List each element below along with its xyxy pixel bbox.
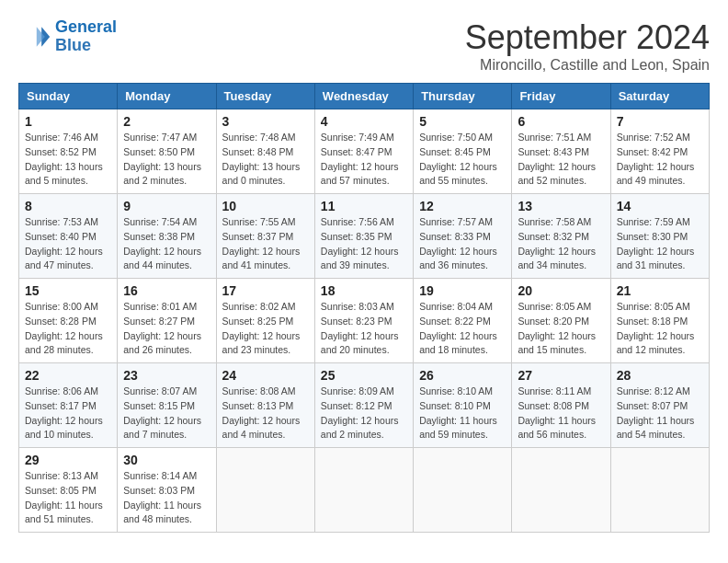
day-number: 25 — [321, 368, 407, 383]
day-number: 2 — [123, 114, 210, 129]
day-info: Sunrise: 8:04 AM Sunset: 8:22 PM Dayligh… — [419, 300, 506, 358]
day-info: Sunrise: 8:03 AM Sunset: 8:23 PM Dayligh… — [321, 300, 407, 358]
calendar-cell: 17Sunrise: 8:02 AM Sunset: 8:25 PM Dayli… — [216, 279, 314, 363]
week-row: 8Sunrise: 7:53 AM Sunset: 8:40 PM Daylig… — [19, 194, 710, 279]
day-number: 4 — [321, 114, 407, 129]
calendar-cell: 19Sunrise: 8:04 AM Sunset: 8:22 PM Dayli… — [414, 279, 512, 363]
calendar-table: SundayMondayTuesdayWednesdayThursdayFrid… — [18, 83, 710, 533]
day-number: 27 — [518, 368, 604, 383]
day-number: 9 — [123, 199, 210, 213]
day-number: 17 — [222, 283, 309, 298]
calendar-cell: 26Sunrise: 8:10 AM Sunset: 8:10 PM Dayli… — [414, 363, 512, 448]
calendar-cell: 16Sunrise: 8:01 AM Sunset: 8:27 PM Dayli… — [118, 279, 216, 363]
calendar-cell: 21Sunrise: 8:05 AM Sunset: 8:18 PM Dayli… — [610, 279, 709, 363]
calendar-cell — [512, 448, 610, 533]
calendar-cell: 25Sunrise: 8:09 AM Sunset: 8:12 PM Dayli… — [314, 363, 413, 448]
week-row: 29Sunrise: 8:13 AM Sunset: 8:05 PM Dayli… — [19, 448, 710, 533]
day-number: 22 — [25, 368, 111, 383]
day-info: Sunrise: 8:13 AM Sunset: 8:05 PM Dayligh… — [25, 469, 111, 527]
calendar-cell: 3Sunrise: 7:48 AM Sunset: 8:48 PM Daylig… — [216, 109, 314, 194]
logo: General Blue — [18, 18, 117, 55]
calendar-cell: 29Sunrise: 8:13 AM Sunset: 8:05 PM Dayli… — [19, 448, 118, 533]
day-number: 30 — [123, 453, 210, 467]
calendar-cell: 4Sunrise: 7:49 AM Sunset: 8:47 PM Daylig… — [314, 109, 413, 194]
day-number: 21 — [617, 283, 703, 298]
week-row: 1Sunrise: 7:46 AM Sunset: 8:52 PM Daylig… — [19, 109, 710, 194]
logo-text: General Blue — [55, 18, 117, 55]
header-day: Friday — [512, 84, 610, 109]
calendar-cell — [314, 448, 413, 533]
day-number: 23 — [123, 368, 210, 383]
calendar-cell: 12Sunrise: 7:57 AM Sunset: 8:33 PM Dayli… — [414, 194, 512, 279]
week-row: 22Sunrise: 8:06 AM Sunset: 8:17 PM Dayli… — [19, 363, 710, 448]
day-info: Sunrise: 7:57 AM Sunset: 8:33 PM Dayligh… — [419, 215, 506, 273]
day-info: Sunrise: 7:55 AM Sunset: 8:37 PM Dayligh… — [222, 215, 309, 273]
header: General Blue September 2024 Mironcillo, … — [18, 18, 710, 74]
day-info: Sunrise: 8:00 AM Sunset: 8:28 PM Dayligh… — [25, 300, 111, 358]
day-info: Sunrise: 8:08 AM Sunset: 8:13 PM Dayligh… — [222, 385, 309, 442]
day-number: 20 — [518, 283, 604, 298]
calendar-cell: 20Sunrise: 8:05 AM Sunset: 8:20 PM Dayli… — [512, 279, 610, 363]
header-day: Thursday — [414, 84, 512, 109]
day-info: Sunrise: 8:11 AM Sunset: 8:08 PM Dayligh… — [518, 385, 604, 442]
day-info: Sunrise: 7:54 AM Sunset: 8:38 PM Dayligh… — [123, 215, 210, 273]
header-day: Monday — [118, 84, 216, 109]
day-number: 26 — [419, 368, 506, 383]
calendar-cell: 9Sunrise: 7:54 AM Sunset: 8:38 PM Daylig… — [118, 194, 216, 279]
day-info: Sunrise: 8:09 AM Sunset: 8:12 PM Dayligh… — [321, 385, 407, 442]
calendar-cell: 1Sunrise: 7:46 AM Sunset: 8:52 PM Daylig… — [19, 109, 118, 194]
calendar-cell: 13Sunrise: 7:58 AM Sunset: 8:32 PM Dayli… — [512, 194, 610, 279]
day-number: 6 — [518, 114, 604, 129]
day-info: Sunrise: 7:53 AM Sunset: 8:40 PM Dayligh… — [25, 215, 111, 273]
day-info: Sunrise: 7:49 AM Sunset: 8:47 PM Dayligh… — [321, 131, 407, 189]
day-info: Sunrise: 7:46 AM Sunset: 8:52 PM Dayligh… — [25, 131, 111, 189]
day-info: Sunrise: 7:52 AM Sunset: 8:42 PM Dayligh… — [617, 131, 703, 189]
calendar-cell: 5Sunrise: 7:50 AM Sunset: 8:45 PM Daylig… — [414, 109, 512, 194]
day-info: Sunrise: 7:56 AM Sunset: 8:35 PM Dayligh… — [321, 215, 407, 273]
logo-line1: General — [55, 17, 117, 36]
calendar-cell: 6Sunrise: 7:51 AM Sunset: 8:43 PM Daylig… — [512, 109, 610, 194]
day-info: Sunrise: 8:05 AM Sunset: 8:20 PM Dayligh… — [518, 300, 604, 358]
calendar-cell: 28Sunrise: 8:12 AM Sunset: 8:07 PM Dayli… — [610, 363, 709, 448]
day-number: 13 — [518, 199, 604, 213]
calendar-cell: 2Sunrise: 7:47 AM Sunset: 8:50 PM Daylig… — [118, 109, 216, 194]
day-number: 8 — [25, 199, 111, 213]
calendar-cell: 23Sunrise: 8:07 AM Sunset: 8:15 PM Dayli… — [118, 363, 216, 448]
day-info: Sunrise: 8:07 AM Sunset: 8:15 PM Dayligh… — [123, 385, 210, 442]
calendar-cell: 10Sunrise: 7:55 AM Sunset: 8:37 PM Dayli… — [216, 194, 314, 279]
title-block: September 2024 Mironcillo, Castille and … — [465, 18, 710, 74]
month-title: September 2024 — [465, 18, 710, 57]
calendar-cell — [610, 448, 709, 533]
day-number: 15 — [25, 283, 111, 298]
day-number: 12 — [419, 199, 506, 213]
day-info: Sunrise: 7:50 AM Sunset: 8:45 PM Dayligh… — [419, 131, 506, 189]
day-info: Sunrise: 8:05 AM Sunset: 8:18 PM Dayligh… — [617, 300, 703, 358]
day-info: Sunrise: 8:02 AM Sunset: 8:25 PM Dayligh… — [222, 300, 309, 358]
logo-icon — [18, 20, 51, 53]
header-row: SundayMondayTuesdayWednesdayThursdayFrid… — [19, 84, 710, 109]
location-title: Mironcillo, Castille and Leon, Spain — [465, 57, 710, 74]
day-info: Sunrise: 8:01 AM Sunset: 8:27 PM Dayligh… — [123, 300, 210, 358]
week-row: 15Sunrise: 8:00 AM Sunset: 8:28 PM Dayli… — [19, 279, 710, 363]
day-number: 28 — [617, 368, 703, 383]
day-info: Sunrise: 7:59 AM Sunset: 8:30 PM Dayligh… — [617, 215, 703, 273]
day-number: 7 — [617, 114, 703, 129]
day-info: Sunrise: 7:51 AM Sunset: 8:43 PM Dayligh… — [518, 131, 604, 189]
day-info: Sunrise: 7:58 AM Sunset: 8:32 PM Dayligh… — [518, 215, 604, 273]
day-number: 29 — [25, 453, 111, 467]
day-number: 5 — [419, 114, 506, 129]
day-number: 14 — [617, 199, 703, 213]
day-info: Sunrise: 8:12 AM Sunset: 8:07 PM Dayligh… — [617, 385, 703, 442]
calendar-cell: 30Sunrise: 8:14 AM Sunset: 8:03 PM Dayli… — [118, 448, 216, 533]
calendar-cell: 22Sunrise: 8:06 AM Sunset: 8:17 PM Dayli… — [19, 363, 118, 448]
calendar-cell: 27Sunrise: 8:11 AM Sunset: 8:08 PM Dayli… — [512, 363, 610, 448]
calendar-cell: 24Sunrise: 8:08 AM Sunset: 8:13 PM Dayli… — [216, 363, 314, 448]
calendar-cell: 14Sunrise: 7:59 AM Sunset: 8:30 PM Dayli… — [610, 194, 709, 279]
calendar-cell: 8Sunrise: 7:53 AM Sunset: 8:40 PM Daylig… — [19, 194, 118, 279]
header-day: Wednesday — [314, 84, 413, 109]
day-number: 24 — [222, 368, 309, 383]
day-info: Sunrise: 8:10 AM Sunset: 8:10 PM Dayligh… — [419, 385, 506, 442]
calendar-cell: 11Sunrise: 7:56 AM Sunset: 8:35 PM Dayli… — [314, 194, 413, 279]
day-info: Sunrise: 7:48 AM Sunset: 8:48 PM Dayligh… — [222, 131, 309, 189]
calendar-cell — [414, 448, 512, 533]
